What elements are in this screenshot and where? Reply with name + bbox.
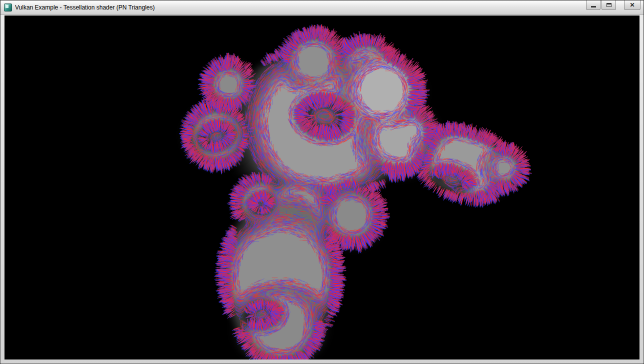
maximize-button[interactable] xyxy=(602,0,616,10)
window-controls: ✕ xyxy=(586,3,640,12)
minimize-icon xyxy=(591,6,596,8)
viewport-canvas[interactable] xyxy=(4,16,640,360)
app-window: Vulkan Example - Tessellation shader (PN… xyxy=(0,0,644,364)
close-icon: ✕ xyxy=(630,2,634,8)
minimize-button[interactable] xyxy=(586,0,600,10)
close-button[interactable]: ✕ xyxy=(624,0,640,10)
app-icon xyxy=(4,4,12,12)
maximize-icon xyxy=(606,3,612,7)
viewport xyxy=(4,16,640,360)
titlebar[interactable]: Vulkan Example - Tessellation shader (PN… xyxy=(0,0,644,15)
window-title: Vulkan Example - Tessellation shader (PN… xyxy=(15,0,582,15)
